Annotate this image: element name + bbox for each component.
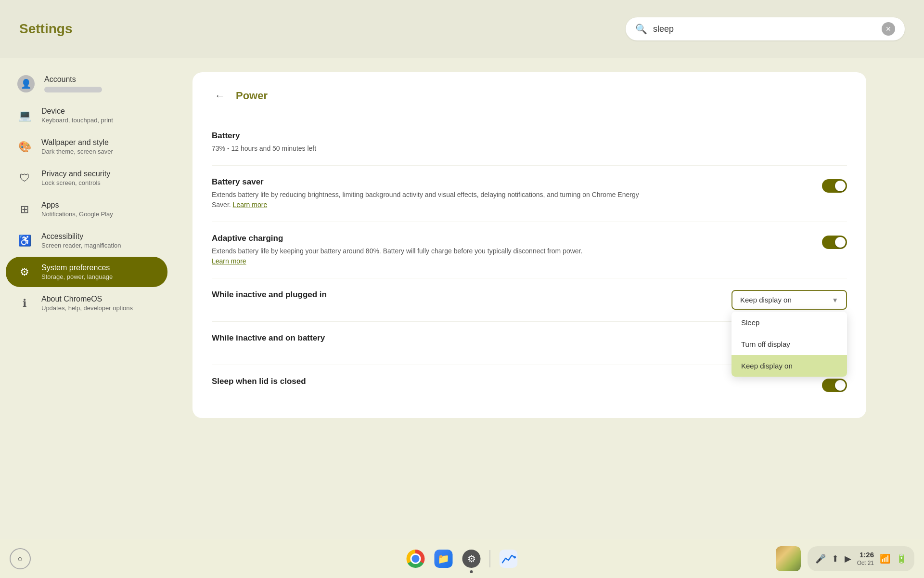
header: Settings 🔍 ✕ xyxy=(0,0,924,58)
upload-icon[interactable]: ⬆ xyxy=(832,553,839,564)
sidebar: 👤 Accounts 💻 Device Keyboard, touchpad, … xyxy=(0,58,173,539)
settings-window: − □ ✕ Settings 🔍 ✕ 👤 Accounts 💻 Device K… xyxy=(0,0,924,578)
sidebar-item-system[interactable]: ⚙ System preferences Storage, power, lan… xyxy=(6,257,167,287)
adaptive-charging-label: Adaptive charging xyxy=(212,234,812,243)
sidebar-item-sublabel: Screen reader, magnification xyxy=(41,242,121,249)
inactive-plugged-section: While inactive and plugged in Keep displ… xyxy=(212,278,847,322)
inactive-plugged-label: While inactive and plugged in xyxy=(212,290,722,300)
taskbar-right: 🎤 ⬆ ▶ 1:26 Oct 21 📶 🔋 xyxy=(776,546,914,571)
sidebar-item-accounts[interactable]: 👤 Accounts xyxy=(6,68,167,99)
sidebar-item-accessibility[interactable]: ♿ Accessibility Screen reader, magnifica… xyxy=(6,225,167,256)
battery-saver-description: Extends battery life by reducing brightn… xyxy=(212,190,645,210)
battery-description: 73% - 12 hours and 50 minutes left xyxy=(212,144,645,154)
battery-saver-section: Battery saver Extends battery life by re… xyxy=(212,166,847,222)
play-icon[interactable]: ▶ xyxy=(845,553,851,564)
apps-icon: ⊞ xyxy=(17,203,32,216)
battery-saver-row: Battery saver Extends battery life by re… xyxy=(212,177,847,210)
date-display: Oct 21 xyxy=(857,560,874,567)
sidebar-item-label: About ChromeOS xyxy=(41,295,133,303)
sidebar-item-device[interactable]: 💻 Device Keyboard, touchpad, print xyxy=(6,100,167,131)
sidebar-item-label: Accounts xyxy=(44,75,102,84)
page-title: Power xyxy=(236,90,268,102)
battery-row: Battery 73% - 12 hours and 50 minutes le… xyxy=(212,131,847,154)
inactive-plugged-row: While inactive and plugged in Keep displ… xyxy=(212,290,847,310)
chrome-icon xyxy=(407,550,425,568)
sidebar-item-privacy[interactable]: 🛡 Privacy and security Lock screen, cont… xyxy=(6,163,167,193)
adaptive-charging-section: Adaptive charging Extends battery life b… xyxy=(212,222,847,278)
toggle-knob xyxy=(835,237,846,248)
dropdown-value: Keep display on xyxy=(740,296,792,304)
adaptive-charging-description: Extends battery life by keeping your bat… xyxy=(212,246,645,266)
sidebar-item-sublabel: Notifications, Google Play xyxy=(41,210,113,218)
wifi-icon[interactable]: 📶 xyxy=(880,553,890,564)
search-bar: 🔍 ✕ xyxy=(626,17,905,40)
taskbar-app-chrome[interactable] xyxy=(403,546,428,571)
settings-app-icon: ⚙ xyxy=(462,550,481,568)
account-bar xyxy=(44,87,102,92)
battery-section: Battery 73% - 12 hours and 50 minutes le… xyxy=(212,119,847,166)
sidebar-item-sublabel: Dark theme, screen saver xyxy=(41,148,113,155)
sidebar-item-apps[interactable]: ⊞ Apps Notifications, Google Play xyxy=(6,194,167,224)
system-tray: 🎤 ⬆ ▶ 1:26 Oct 21 📶 🔋 xyxy=(808,546,914,571)
sidebar-item-wallpaper[interactable]: 🎨 Wallpaper and style Dark theme, screen… xyxy=(6,131,167,162)
toggle-knob xyxy=(835,380,846,391)
taskbar-divider xyxy=(490,550,490,567)
avatar: 👤 xyxy=(17,75,35,92)
battery-saver-learn-more[interactable]: Learn more xyxy=(233,201,268,209)
svg-point-1 xyxy=(513,556,516,559)
sidebar-item-label: Accessibility xyxy=(41,232,121,241)
search-input[interactable] xyxy=(653,24,876,34)
taskbar-app-finance[interactable] xyxy=(496,546,521,571)
adaptive-charging-toggle[interactable] xyxy=(822,236,847,249)
taskbar-apps: 📁 ⚙ xyxy=(403,546,521,571)
dropdown-option-sleep[interactable]: Sleep xyxy=(732,312,847,333)
about-icon: ℹ xyxy=(17,297,32,310)
sidebar-item-label: Apps xyxy=(41,201,113,210)
system-icon: ⚙ xyxy=(17,266,32,278)
inactive-plugged-dropdown[interactable]: Keep display on ▼ xyxy=(732,290,847,310)
search-icon: 🔍 xyxy=(635,23,647,35)
mic-icon[interactable]: 🎤 xyxy=(815,553,826,564)
wallpaper-icon: 🎨 xyxy=(17,141,32,153)
adaptive-charging-learn-more[interactable]: Learn more xyxy=(212,257,246,265)
launcher-button[interactable]: ○ xyxy=(10,548,31,569)
battery-saver-label: Battery saver xyxy=(212,177,812,187)
finance-icon xyxy=(500,550,518,568)
sidebar-item-sublabel: Storage, power, language xyxy=(41,273,113,280)
sleep-lid-label: Sleep when lid is closed xyxy=(212,377,812,386)
time-display: 1:26 xyxy=(860,550,874,560)
sleep-lid-row: Sleep when lid is closed xyxy=(212,377,847,392)
battery-label: Battery xyxy=(212,131,847,141)
sidebar-item-sublabel: Updates, help, developer options xyxy=(41,304,133,312)
sidebar-item-label: Privacy and security xyxy=(41,170,110,178)
taskbar: ○ 📁 ⚙ xyxy=(0,539,924,578)
inactive-battery-label: While inactive and on battery xyxy=(212,333,722,343)
adaptive-charging-row: Adaptive charging Extends battery life b… xyxy=(212,234,847,266)
search-clear-button[interactable]: ✕ xyxy=(882,22,895,36)
dropdown-option-turn-off[interactable]: Turn off display xyxy=(732,333,847,355)
inactive-plugged-dropdown-wrapper: Keep display on ▼ Sleep Turn off display xyxy=(732,290,847,310)
sidebar-item-about[interactable]: ℹ About ChromeOS Updates, help, develope… xyxy=(6,288,167,318)
dropdown-menu: Sleep Turn off display Keep display on xyxy=(732,312,847,377)
wallpaper-thumbnail[interactable] xyxy=(776,546,801,571)
accessibility-icon: ♿ xyxy=(17,235,32,247)
sleep-lid-toggle[interactable] xyxy=(822,379,847,392)
svg-rect-0 xyxy=(500,550,518,568)
sidebar-item-label: System preferences xyxy=(41,263,113,272)
taskbar-app-files[interactable]: 📁 xyxy=(431,546,456,571)
battery-saver-toggle[interactable] xyxy=(822,179,847,193)
sidebar-item-sublabel: Lock screen, controls xyxy=(41,179,110,186)
content-card: ← Power Battery 73% - 12 hours and 50 mi… xyxy=(192,72,866,418)
dropdown-option-keep-on[interactable]: Keep display on xyxy=(732,355,847,377)
taskbar-left: ○ xyxy=(10,548,31,569)
taskbar-app-settings[interactable]: ⚙ xyxy=(459,546,484,571)
files-icon: 📁 xyxy=(435,550,453,568)
back-button[interactable]: ← xyxy=(212,87,228,105)
battery-icon[interactable]: 🔋 xyxy=(896,553,907,564)
clock-display[interactable]: 1:26 Oct 21 xyxy=(857,550,874,567)
privacy-icon: 🛡 xyxy=(17,172,32,184)
sidebar-item-label: Wallpaper and style xyxy=(41,138,113,147)
device-icon: 💻 xyxy=(17,109,32,122)
sidebar-item-label: Device xyxy=(41,107,113,116)
page-header: ← Power xyxy=(212,87,847,105)
